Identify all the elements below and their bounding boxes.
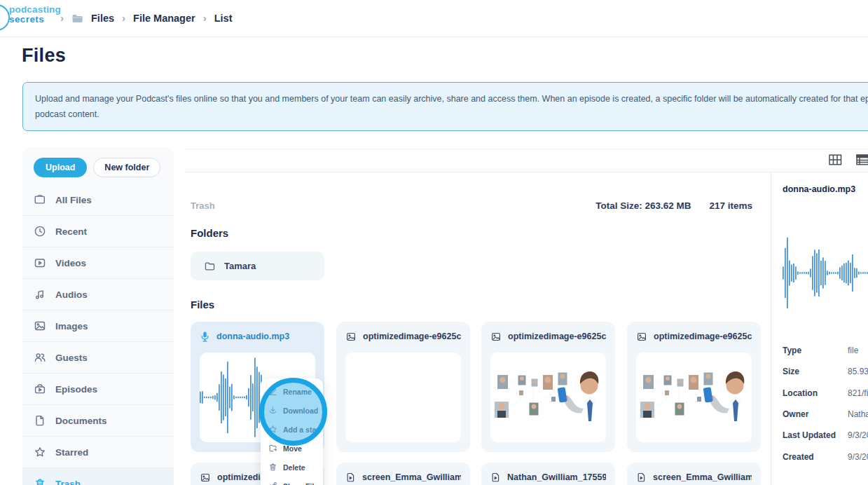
- detail-value: 85.93 MB: [848, 367, 868, 376]
- info-banner: Upload and manage your Podcast's files o…: [22, 82, 868, 131]
- breadcrumb-file-manager[interactable]: File Manager: [133, 13, 195, 24]
- sidebar-item-videos[interactable]: Videos: [22, 247, 174, 279]
- chevron-right-icon: ›: [60, 12, 64, 24]
- detail-value: Nathan: [848, 409, 868, 419]
- folder-card-tamara[interactable]: Tamara: [191, 252, 324, 280]
- folder-icon: [34, 193, 46, 206]
- episodes-icon: [34, 383, 46, 395]
- rename-icon: [268, 387, 277, 396]
- upload-button[interactable]: Upload: [34, 158, 87, 177]
- breadcrumb-list[interactable]: List: [214, 13, 233, 24]
- sidebar-item-episodes[interactable]: Episodes: [22, 374, 174, 405]
- detail-row-last-updated: Last Updated 9/3/2024: [783, 430, 868, 440]
- video-file-icon: [636, 472, 647, 483]
- detail-value: 821/files: [848, 388, 868, 398]
- file-name: donna-audio.mp3: [216, 332, 289, 341]
- photo-preview: [636, 353, 752, 442]
- sidebar-item-guests[interactable]: Guests: [22, 342, 174, 374]
- sidebar-item-label: All Files: [55, 195, 92, 205]
- grid-view-button[interactable]: [829, 153, 842, 166]
- detail-row-location: Location 821/files: [783, 388, 868, 398]
- menu-item-delete[interactable]: Delete: [261, 458, 323, 477]
- delete-icon: [268, 463, 277, 472]
- detail-row-owner: Owner Nathan: [783, 409, 868, 419]
- image-file-icon: [200, 472, 211, 483]
- page-title: Files: [22, 45, 66, 67]
- folder-breadcrumb-icon: [71, 13, 83, 24]
- file-card-image[interactable]: optimizedimage-e9625c...: [336, 322, 470, 452]
- share-icon: [268, 481, 277, 485]
- top-header: podcasting secrets › Files › File Manage…: [0, 0, 868, 37]
- menu-item-move[interactable]: Move: [261, 439, 323, 458]
- menu-item-label: Download: [283, 407, 318, 415]
- details-waveform-graphic: [783, 233, 868, 313]
- detail-row-created: Created 9/3/2024: [783, 452, 868, 462]
- folder-icon: [204, 261, 216, 272]
- detail-label: Owner: [783, 409, 848, 419]
- file-card-video[interactable]: screen_Emma_Gwilliam...: [336, 463, 470, 485]
- detail-label: Created: [783, 452, 848, 462]
- sidebar-item-all-files[interactable]: All Files: [22, 184, 174, 216]
- file-name: screen_Emma_Gwilliam...: [362, 472, 461, 482]
- sidebar-item-label: Trash: [55, 479, 81, 485]
- sidebar-item-starred[interactable]: Starred: [22, 437, 174, 468]
- current-folder-label: Trash: [191, 200, 215, 211]
- brand-line1: podcasting: [9, 5, 61, 15]
- detail-row-size: Size 85.93 MB: [783, 367, 868, 376]
- users-icon: [34, 351, 46, 364]
- file-card-image[interactable]: optimizedimage-e9625c...: [627, 322, 761, 452]
- list-view-button[interactable]: [856, 153, 868, 166]
- info-banner-line1: Upload and manage your Podcast's files o…: [35, 91, 868, 107]
- detail-row-type: Type file: [783, 346, 868, 355]
- new-folder-button[interactable]: New folder: [93, 158, 160, 177]
- image-file-icon: [490, 332, 502, 342]
- file-name: optimizedimage-e9625c...: [508, 332, 606, 341]
- microphone-icon: [200, 331, 210, 343]
- sidebar-item-label: Documents: [55, 416, 107, 426]
- sidebar: Upload New folder All Files Recent Video…: [22, 147, 174, 485]
- detail-value: 9/3/2024: [848, 430, 868, 440]
- sidebar-item-audios[interactable]: Audios: [22, 279, 174, 310]
- image-file-icon: [345, 332, 357, 342]
- people-network-photo: [490, 353, 606, 442]
- item-count-label: 217 items: [709, 200, 752, 211]
- file-manager-app: podcasting secrets › Files › File Manage…: [0, 0, 868, 485]
- sidebar-item-trash[interactable]: Trash: [22, 468, 174, 485]
- add-star-icon: [268, 425, 277, 434]
- browser-summary-row: Trash Total Size: 263.62 MB 217 items: [191, 200, 752, 211]
- sidebar-item-documents[interactable]: Documents: [22, 405, 174, 437]
- sidebar-item-label: Videos: [55, 258, 86, 268]
- file-name: optimizedimage-e9625c...: [654, 332, 752, 341]
- menu-item-rename[interactable]: Rename: [261, 382, 323, 401]
- brand-logo[interactable]: podcasting secrets: [9, 5, 61, 25]
- toolbar-divider: [185, 172, 868, 172]
- move-icon: [268, 444, 277, 453]
- detail-label: Location: [783, 388, 848, 398]
- file-card-image[interactable]: optimizedimage-e9625c...: [481, 322, 615, 452]
- detail-label: Type: [783, 346, 848, 355]
- file-card-video[interactable]: screen_Emma_Gwilliam...: [627, 463, 761, 485]
- music-note-icon: [34, 288, 46, 301]
- document-icon: [34, 414, 46, 427]
- sidebar-item-images[interactable]: Images: [22, 310, 174, 342]
- total-size-label: Total Size: 263.62 MB: [595, 200, 691, 211]
- breadcrumb: › Files › File Manager › List: [60, 0, 232, 36]
- download-icon: [268, 406, 277, 415]
- sidebar-item-label: Images: [55, 321, 88, 332]
- brand-line2: secrets: [9, 15, 61, 25]
- menu-item-label: Move: [283, 444, 302, 453]
- trash-icon: [34, 477, 46, 485]
- menu-item-share-file[interactable]: Share File: [261, 477, 323, 485]
- content-top-divider: [185, 149, 868, 149]
- file-name: Nathan_Gwilliam_17559...: [507, 472, 606, 482]
- menu-item-add-a-star[interactable]: Add a star: [261, 420, 323, 439]
- menu-item-download[interactable]: Download: [261, 401, 323, 420]
- menu-item-label: Rename: [283, 388, 312, 396]
- details-panel-divider: [771, 172, 771, 485]
- sidebar-item-recent[interactable]: Recent: [22, 216, 174, 247]
- photo-preview: [490, 353, 606, 442]
- breadcrumb-files[interactable]: Files: [91, 13, 114, 24]
- sidebar-item-label: Audios: [55, 289, 88, 300]
- video-file-icon: [345, 472, 356, 483]
- file-card-video[interactable]: Nathan_Gwilliam_17559...: [481, 463, 615, 485]
